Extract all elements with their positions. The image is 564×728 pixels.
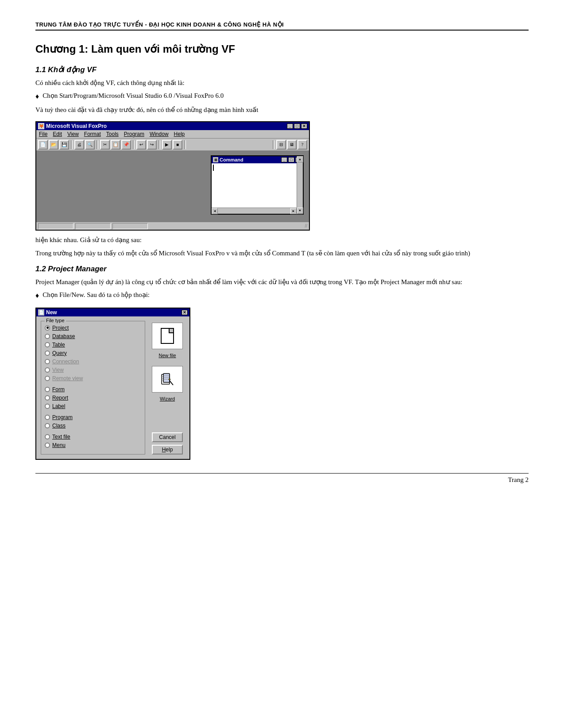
toolbar-help-btn[interactable]: ? <box>297 140 307 150</box>
radio-circle-label <box>45 404 50 409</box>
cmd-body[interactable] <box>212 163 303 208</box>
bullet-text: Chọn Start/Program/Microsoft Visual Stud… <box>42 91 224 101</box>
radio-label-form: Form <box>52 386 65 393</box>
cancel-label: Cancel <box>159 434 175 440</box>
section-1-1-para2: Và tuỳ theo cài đặt và đã chạy trước đó,… <box>35 105 529 115</box>
toolbar-preview-btn[interactable]: 🔍 <box>85 140 95 150</box>
scroll-up-btn[interactable]: ▲ <box>297 156 303 162</box>
svg-rect-4 <box>163 374 170 382</box>
new-file-icon <box>161 328 174 344</box>
menu-file[interactable]: File <box>39 131 47 137</box>
menu-format[interactable]: Format <box>84 131 101 137</box>
section-1-1-title: 1.1 Khởi động VF <box>35 65 529 74</box>
radio-class[interactable]: Class <box>45 423 140 429</box>
radio-form[interactable]: Form <box>45 386 140 393</box>
wizard-button[interactable] <box>152 366 183 393</box>
radio-label-project: Project <box>52 325 69 331</box>
toolbar-new-btn[interactable]: 📄 <box>38 140 48 150</box>
toolbar-copy-btn[interactable]: 📋 <box>111 140 120 150</box>
status-panel-2 <box>75 223 111 229</box>
toolbar-save-btn[interactable]: 💾 <box>59 140 69 150</box>
toolbar-run-btn[interactable]: ▶ <box>162 140 172 150</box>
toolbar-win-btn[interactable]: ⊟ <box>276 140 286 150</box>
vfp-titlebar-controls: _ □ ✕ <box>287 123 307 129</box>
menu-tools[interactable]: Tools <box>106 131 119 137</box>
toolbar-extra-btn[interactable]: 🖥 <box>287 140 297 150</box>
help-label: Help <box>162 447 173 453</box>
new-dialog-close-btn[interactable]: ✕ <box>182 310 188 315</box>
vfp-titlebar: 🦊 Microsoft Visual FoxPro _ □ ✕ <box>36 122 309 130</box>
radio-report[interactable]: Report <box>45 395 140 401</box>
vfp-close-btn[interactable]: ✕ <box>301 123 307 129</box>
toolbar-redo-btn[interactable]: ↪ <box>147 140 157 150</box>
new-dialog-titlebar-left: 📄 New <box>38 309 57 316</box>
menu-help[interactable]: Help <box>174 131 185 137</box>
toolbar-paste-btn[interactable]: 📌 <box>121 140 131 150</box>
vfp-body: ⊞ Command _ □ ✕ ▲ ▼ <box>36 151 309 222</box>
vfp-toolbar: 📄 📂 💾 🖨 🔍 ✂ 📋 📌 ↩ ↪ ▶ ■ ⊟ 🖥 ? <box>36 139 309 151</box>
toolbar-sep6 <box>273 140 274 149</box>
radio-circle-table <box>45 342 50 347</box>
vfp-statusbar: // <box>36 222 309 230</box>
section-1-1-para1: Có nhiều cách khởi động VF, cách thông d… <box>35 78 529 88</box>
page-header: TRUNG TÂM ĐÀO TẠO TRỰC TUYẾN - ĐẠI HỌC K… <box>35 21 529 31</box>
cmd-window-title: Command <box>220 157 243 162</box>
menu-window[interactable]: Window <box>150 131 169 137</box>
toolbar-cut-btn[interactable]: ✂ <box>100 140 110 150</box>
radio-text-file[interactable]: Text file <box>45 434 140 440</box>
menu-view[interactable]: View <box>67 131 79 137</box>
cancel-button[interactable]: Cancel <box>152 432 183 442</box>
radio-database[interactable]: Database <box>45 333 140 339</box>
radio-label-connection: Connection <box>52 358 79 365</box>
radio-project[interactable]: Project <box>45 325 140 331</box>
cmd-scrollbar-v[interactable]: ▲ ▼ <box>297 156 303 214</box>
vfp-screenshot-window: 🦊 Microsoft Visual FoxPro _ □ ✕ File Edi… <box>35 121 310 231</box>
radio-circle-class <box>45 423 50 428</box>
menu-edit[interactable]: Edit <box>53 131 62 137</box>
vfp-restore-btn[interactable]: □ <box>294 123 300 129</box>
radio-circle-report <box>45 395 50 401</box>
radio-label-remote-view: Remote view <box>52 375 83 381</box>
radio-table[interactable]: Table <box>45 342 140 348</box>
section-1-2-para1: Project Manager (quản lý dự án) là công … <box>35 277 529 287</box>
toolbar-open-btn[interactable]: 📂 <box>49 140 58 150</box>
scroll-left-btn[interactable]: ◄ <box>212 208 218 214</box>
scroll-right-btn[interactable]: ► <box>290 208 297 214</box>
scroll-down-btn[interactable]: ▼ <box>297 208 303 214</box>
cmd-scrollbar-h[interactable]: ◄ ► // <box>212 208 303 214</box>
radio-menu[interactable]: Menu <box>45 442 140 448</box>
menu-program[interactable]: Program <box>124 131 144 137</box>
radio-label-query: Query <box>52 350 67 356</box>
radio-query[interactable]: Query <box>45 350 140 356</box>
toolbar-print-btn[interactable]: 🖨 <box>74 140 84 150</box>
chapter-title: Chương 1: Làm quen với môi trường VF <box>35 43 529 55</box>
cmd-cursor <box>213 165 214 171</box>
radio-circle-view <box>45 367 50 373</box>
file-type-group: File type Project Database Table Query <box>41 321 145 455</box>
help-button[interactable]: Help <box>152 445 183 455</box>
file-type-label: File type <box>45 318 66 323</box>
bullet-icon-2: ♦ <box>35 290 39 301</box>
radio-label-report: Report <box>52 395 68 401</box>
radio-circle-connection <box>45 359 50 364</box>
radio-label-menu: Menu <box>52 442 66 448</box>
vfp-minimize-btn[interactable]: _ <box>287 123 293 129</box>
bullet-text-2: Chọn File/New. Sau đó ta có hộp thoại: <box>42 290 150 300</box>
wizard-label: Wizard <box>160 396 175 401</box>
cmd-minimize-btn[interactable]: _ <box>281 157 287 162</box>
radio-label-opt[interactable]: Label <box>45 403 140 409</box>
wizard-icon <box>160 372 175 387</box>
new-dialog-body: File type Project Database Table Query <box>36 316 189 459</box>
cmd-restore-btn[interactable]: □ <box>288 157 294 162</box>
radio-circle-menu <box>45 443 50 448</box>
page-number: Trang 2 <box>508 476 529 484</box>
toolbar-undo-btn[interactable]: ↩ <box>136 140 146 150</box>
new-dialog-title: New <box>46 309 57 316</box>
radio-label-label: Label <box>52 403 65 409</box>
toolbar-stop-btn[interactable]: ■ <box>173 140 182 150</box>
command-titlebar: ⊞ Command _ □ ✕ <box>212 156 303 163</box>
radio-label-text-file: Text file <box>52 434 70 440</box>
new-file-button[interactable] <box>152 323 183 349</box>
radio-label-class: Class <box>52 423 66 429</box>
radio-program[interactable]: Program <box>45 414 140 420</box>
